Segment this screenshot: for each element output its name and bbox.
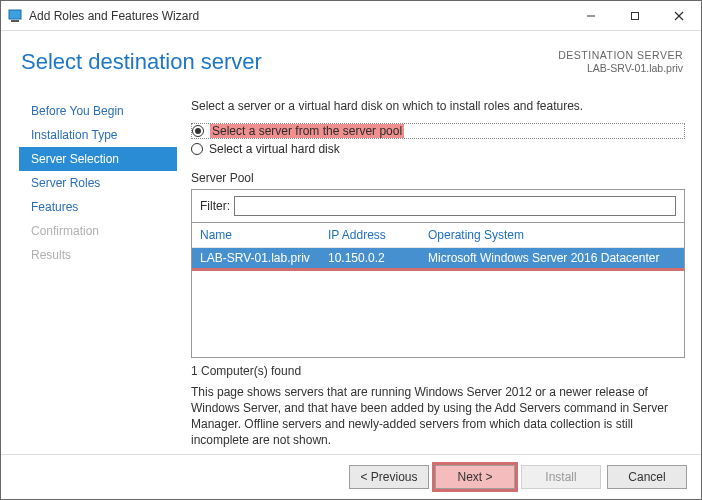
radio-server-pool-label: Select a server from the server pool (210, 124, 404, 138)
filter-label: Filter: (200, 199, 230, 213)
main-content: Select a server or a virtual hard disk o… (191, 99, 685, 454)
col-header-name[interactable]: Name (200, 228, 328, 242)
sidebar-item-features[interactable]: Features (19, 195, 177, 219)
destination-value: LAB-SRV-01.lab.priv (558, 62, 683, 75)
svg-rect-3 (632, 12, 639, 19)
radio-icon (192, 125, 204, 137)
intro-text: Select a server or a virtual hard disk o… (191, 99, 685, 113)
sidebar-item-confirmation: Confirmation (19, 219, 177, 243)
note-text: This page shows servers that are running… (191, 384, 685, 448)
sidebar: Before You Begin Installation Type Serve… (19, 99, 177, 454)
filter-bar: Filter: (191, 189, 685, 223)
page-title: Select destination server (21, 49, 262, 75)
sidebar-item-installation-type[interactable]: Installation Type (19, 123, 177, 147)
filter-input[interactable] (234, 196, 676, 216)
col-header-os[interactable]: Operating System (428, 228, 676, 242)
radio-vhd-label: Select a virtual hard disk (209, 142, 340, 156)
minimize-button[interactable] (569, 1, 613, 31)
radio-virtual-hard-disk[interactable]: Select a virtual hard disk (191, 142, 685, 156)
app-icon (7, 8, 23, 24)
grid-header: Name IP Address Operating System (192, 223, 684, 248)
install-button: Install (521, 465, 601, 489)
server-grid: Name IP Address Operating System LAB-SRV… (191, 222, 685, 358)
destination-label: DESTINATION SERVER (558, 49, 683, 62)
cell-name: LAB-SRV-01.lab.priv (200, 251, 328, 265)
next-button[interactable]: Next > (435, 465, 515, 489)
grid-body: LAB-SRV-01.lab.priv 10.150.0.2 Microsoft… (192, 248, 684, 357)
radio-icon (191, 143, 203, 155)
server-pool-label: Server Pool (191, 171, 685, 185)
titlebar: Add Roles and Features Wizard (1, 1, 701, 31)
cell-ip: 10.150.0.2 (328, 251, 428, 265)
sidebar-item-server-selection[interactable]: Server Selection (19, 147, 177, 171)
svg-rect-0 (9, 10, 21, 19)
window-title: Add Roles and Features Wizard (29, 9, 569, 23)
maximize-button[interactable] (613, 1, 657, 31)
sidebar-item-server-roles[interactable]: Server Roles (19, 171, 177, 195)
page-header: Select destination server DESTINATION SE… (1, 31, 701, 85)
sidebar-item-before-you-begin[interactable]: Before You Begin (19, 99, 177, 123)
previous-button[interactable]: < Previous (349, 465, 429, 489)
cancel-button[interactable]: Cancel (607, 465, 687, 489)
destination-block: DESTINATION SERVER LAB-SRV-01.lab.priv (558, 49, 683, 75)
close-button[interactable] (657, 1, 701, 31)
footer: < Previous Next > Install Cancel (1, 454, 701, 499)
radio-server-pool[interactable]: Select a server from the server pool (191, 123, 685, 139)
cell-os: Microsoft Windows Server 2016 Datacenter (428, 251, 676, 265)
computers-found: 1 Computer(s) found (191, 364, 685, 378)
col-header-ip[interactable]: IP Address (328, 228, 428, 242)
table-row[interactable]: LAB-SRV-01.lab.priv 10.150.0.2 Microsoft… (192, 248, 684, 268)
sidebar-item-results: Results (19, 243, 177, 267)
wizard-window: Add Roles and Features Wizard Select des… (0, 0, 702, 500)
svg-rect-1 (11, 20, 19, 22)
body: Before You Begin Installation Type Serve… (1, 85, 701, 454)
